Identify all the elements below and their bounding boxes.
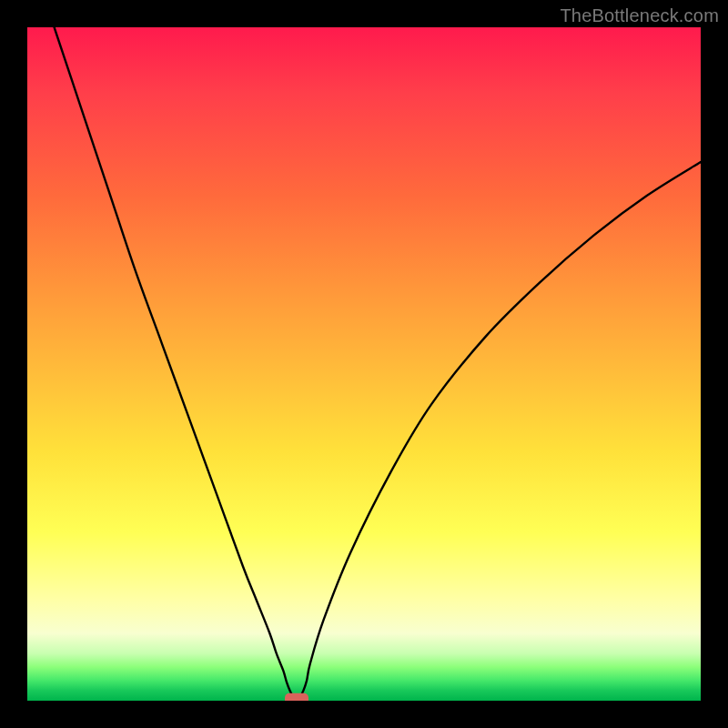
plot-area [27, 27, 701, 701]
optimal-marker [285, 693, 308, 701]
watermark-text: TheBottleneck.com [560, 5, 719, 26]
bottleneck-curve [55, 27, 701, 699]
chart-frame: TheBottleneck.com [0, 0, 728, 728]
curve-layer [27, 27, 701, 701]
